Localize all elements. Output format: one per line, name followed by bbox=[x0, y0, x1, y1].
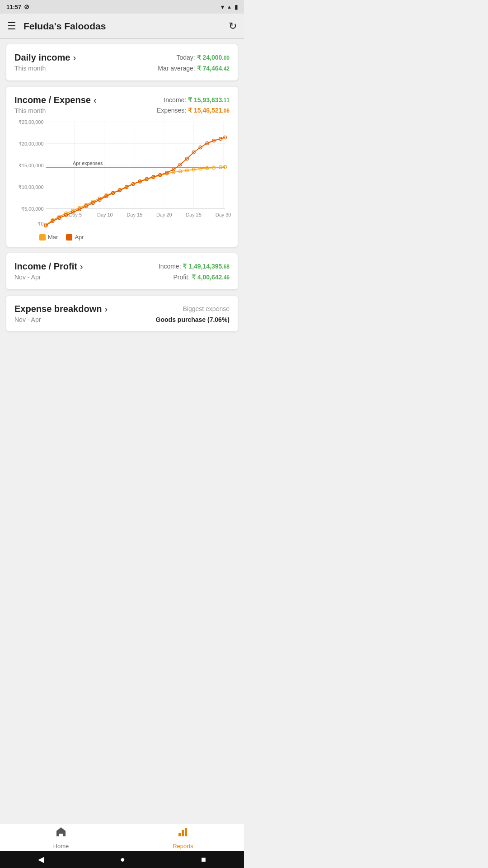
daily-income-title: Daily income bbox=[14, 52, 70, 63]
app-title: Feluda's Faloodas bbox=[23, 21, 229, 32]
daily-income-card[interactable]: Daily income › This month Today: ₹ 24,00… bbox=[6, 44, 238, 80]
chart-legend: Mar Apr bbox=[14, 234, 230, 241]
income-expense-chart: ₹25,00,000 ₹20,00,000 ₹15,00,000 ₹10,00,… bbox=[14, 122, 230, 230]
expense-breakdown-card[interactable]: Expense breakdown › Nov - Apr Biggest ex… bbox=[6, 296, 238, 332]
avg-label: Mar average: bbox=[158, 65, 197, 72]
svg-text:₹0: ₹0 bbox=[38, 221, 43, 226]
income-expense-subtitle: This month bbox=[14, 107, 97, 114]
avg-decimal: .42 bbox=[222, 66, 230, 72]
ie-expense-decimal: .06 bbox=[222, 108, 230, 114]
legend-mar: Mar bbox=[39, 234, 58, 241]
income-profit-chevron: › bbox=[80, 261, 83, 272]
ip-profit-decimal: .46 bbox=[222, 274, 230, 281]
svg-text:₹25,00,000: ₹25,00,000 bbox=[19, 119, 43, 125]
svg-text:Day 30: Day 30 bbox=[216, 212, 231, 217]
expense-breakdown-subtitle: Nov - Apr bbox=[14, 316, 108, 323]
svg-text:Day 25: Day 25 bbox=[186, 212, 202, 217]
ie-income-decimal: .11 bbox=[222, 97, 230, 104]
daily-income-chevron: › bbox=[73, 52, 76, 63]
expense-breakdown-title: Expense breakdown bbox=[14, 304, 102, 314]
income-profit-title: Income / Profit bbox=[14, 261, 77, 272]
refresh-icon[interactable]: ↻ bbox=[229, 20, 237, 32]
svg-text:Day 20: Day 20 bbox=[156, 212, 172, 217]
main-content: Daily income › This month Today: ₹ 24,00… bbox=[0, 39, 244, 387]
income-profit-card[interactable]: Income / Profit › Nov - Apr Income: ₹ 1,… bbox=[6, 253, 238, 289]
legend-mar-label: Mar bbox=[48, 234, 58, 241]
income-expense-title: Income / Expense bbox=[14, 95, 91, 105]
expense-breakdown-chevron: › bbox=[104, 304, 108, 314]
ie-income-value: ₹ 15,93,633 bbox=[188, 96, 222, 104]
ip-profit-label: Profit: bbox=[173, 274, 191, 281]
today-value: ₹ 24,000 bbox=[197, 54, 222, 61]
svg-text:Day 15: Day 15 bbox=[127, 212, 143, 217]
biggest-expense-value: Goods purchase (7.06%) bbox=[156, 315, 230, 326]
svg-text:Apr expenses: Apr expenses bbox=[73, 160, 103, 166]
ip-income-decimal: .68 bbox=[222, 264, 230, 270]
today-decimal: .00 bbox=[222, 55, 230, 61]
biggest-expense-label: Biggest expense bbox=[156, 304, 230, 315]
svg-text:₹15,00,000: ₹15,00,000 bbox=[19, 163, 43, 168]
battery-icon: ▮ bbox=[235, 4, 238, 10]
ip-profit-value: ₹ 4,00,642 bbox=[192, 274, 222, 281]
chart-svg: ₹25,00,000 ₹20,00,000 ₹15,00,000 ₹10,00,… bbox=[14, 122, 230, 230]
avg-value: ₹ 74,464 bbox=[197, 65, 222, 72]
ie-expense-label: Expenses: bbox=[157, 107, 188, 114]
today-label: Today: bbox=[176, 54, 197, 61]
svg-text:Day 10: Day 10 bbox=[97, 212, 113, 217]
income-profit-subtitle: Nov - Apr bbox=[14, 274, 83, 281]
legend-apr: Apr bbox=[66, 234, 84, 241]
status-bar: 11:57 ⊘ ▾ ▲ ▮ bbox=[0, 0, 244, 14]
daily-income-subtitle: This month bbox=[14, 65, 76, 72]
legend-mar-dot bbox=[39, 234, 46, 241]
ie-expense-value: ₹ 15,46,521 bbox=[188, 107, 222, 114]
ip-income-value: ₹ 1,49,14,395 bbox=[183, 263, 222, 270]
income-expense-chevron: ‹ bbox=[94, 95, 97, 105]
do-not-disturb-icon: ⊘ bbox=[24, 3, 29, 10]
income-expense-card[interactable]: Income / Expense ‹ This month Income: ₹ … bbox=[6, 87, 238, 247]
app-bar: ☰ Feluda's Faloodas ↻ bbox=[0, 14, 244, 39]
svg-text:₹5,00,000: ₹5,00,000 bbox=[21, 206, 43, 212]
menu-icon[interactable]: ☰ bbox=[7, 20, 16, 32]
legend-apr-dot bbox=[66, 234, 72, 241]
wifi-icon: ▾ bbox=[221, 4, 224, 10]
svg-text:₹20,00,000: ₹20,00,000 bbox=[19, 141, 43, 146]
legend-apr-label: Apr bbox=[75, 234, 84, 241]
svg-text:₹10,00,000: ₹10,00,000 bbox=[19, 184, 43, 190]
ie-income-label: Income: bbox=[164, 96, 188, 104]
signal-icon: ▲ bbox=[227, 4, 232, 9]
ip-income-label: Income: bbox=[159, 263, 183, 270]
time: 11:57 bbox=[6, 4, 21, 10]
